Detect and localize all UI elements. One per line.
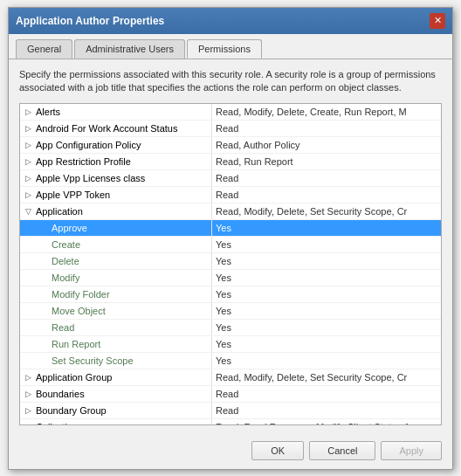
tree-row-name-text: Read	[52, 322, 74, 333]
expand-icon[interactable]: ▷	[22, 122, 34, 135]
tree-row[interactable]: ▷CollectionRead, Read Resource, Modify C…	[20, 419, 441, 424]
tree-row-name: Create	[20, 237, 212, 252]
expand-icon[interactable]: ▷	[22, 172, 34, 184]
tree-row[interactable]: Set Security ScopeYes	[20, 353, 441, 369]
tree-row-name-text: Approve	[52, 223, 87, 233]
tree-row-name-text: Boundaries	[36, 389, 85, 399]
tree-row-name: Run Report	[20, 336, 212, 352]
tree-row[interactable]: ▷App Restriction ProfileRead, Run Report	[20, 154, 441, 170]
tree-row[interactable]: DeleteYes	[20, 253, 441, 270]
tree-row-name: Set Security Scope	[20, 353, 212, 369]
tree-row-perm: Read, Run Report	[212, 155, 441, 168]
no-expander	[38, 305, 50, 317]
tree-row-name: Approve	[20, 220, 212, 236]
tree-row-name: Modify Folder	[20, 286, 212, 302]
tree-row-name-text: Collection	[36, 422, 78, 424]
tree-row-name: Modify	[20, 270, 212, 286]
close-button[interactable]: ✕	[430, 13, 445, 29]
expand-icon[interactable]: ▷	[22, 388, 34, 400]
tree-row-name: ▷Application Group	[20, 369, 212, 385]
tree-row-perm: Yes	[212, 238, 441, 251]
expand-icon[interactable]: ▷	[22, 139, 34, 151]
tree-row[interactable]: ▷AlertsRead, Modify, Delete, Create, Run…	[20, 104, 441, 121]
tree-row[interactable]: ▷Android For Work Account StatusRead	[20, 121, 441, 137]
tree-row-name: ▷Alerts	[20, 104, 212, 120]
expand-icon[interactable]: ▷	[22, 106, 34, 118]
tree-row-perm: Yes	[212, 355, 441, 367]
ok-button[interactable]: OK	[251, 441, 304, 460]
tree-row-name: ▽Application	[20, 204, 212, 219]
tree-row-perm: Yes	[212, 255, 441, 267]
tree-row[interactable]: ▷Boundary GroupRead	[20, 403, 441, 419]
tab-general[interactable]: General	[16, 39, 72, 59]
tree-row-perm: Yes	[212, 321, 441, 334]
tree-row-name-text: Apple Vpp Licenses class	[36, 173, 145, 183]
tree-row[interactable]: ▷App Configuration PolicyRead, Author Po…	[20, 137, 441, 154]
tab-content-permissions: Specify the permissions associated with …	[9, 59, 452, 434]
tree-row-perm: Read	[212, 172, 441, 184]
tree-row-perm: Read	[212, 189, 441, 201]
tree-row-perm: Read, Modify, Delete, Create, Run Report…	[212, 106, 441, 118]
tree-row-name-text: Modify Folder	[52, 289, 110, 300]
apply-button[interactable]: Apply	[381, 441, 442, 460]
tab-bar: GeneralAdministrative UsersPermissions	[9, 34, 452, 59]
tree-row-name: ▷Collection	[20, 419, 212, 424]
tree-row-name-text: Create	[52, 239, 80, 250]
tree-row-name-text: Android For Work Account Status	[36, 123, 177, 134]
expand-icon[interactable]: ▷	[22, 404, 34, 417]
tree-row[interactable]: CreateYes	[20, 237, 441, 253]
tree-row-name: ▷Android For Work Account Status	[20, 121, 212, 136]
tree-row[interactable]: Move ObjectYes	[20, 303, 441, 320]
tree-row[interactable]: ApproveYes	[20, 220, 441, 237]
expand-icon[interactable]: ▽	[22, 205, 34, 217]
tree-row-perm: Read, Author Policy	[212, 139, 441, 151]
permissions-tree-scroll[interactable]: ▷AlertsRead, Modify, Delete, Create, Run…	[20, 104, 441, 424]
tree-row[interactable]: ▷BoundariesRead	[20, 386, 441, 403]
expand-icon[interactable]: ▷	[22, 421, 34, 424]
tree-row[interactable]: ReadYes	[20, 320, 441, 336]
no-expander	[38, 272, 50, 284]
tree-row-name: ▷Apple VPP Token	[20, 187, 212, 203]
tree-row-name: ▷Boundaries	[20, 386, 212, 402]
tree-row-name-text: Application	[36, 206, 83, 217]
tree-row-perm: Read	[212, 122, 441, 135]
no-expander	[38, 238, 50, 251]
tree-row-name-text: Set Security Scope	[52, 355, 134, 366]
tree-row-perm: Read	[212, 388, 441, 400]
tree-row[interactable]: Modify FolderYes	[20, 286, 441, 303]
description-text: Specify the permissions associated with …	[19, 68, 442, 95]
title-bar: Application Author Properties ✕	[9, 8, 452, 34]
tab-admin-users[interactable]: Administrative Users	[74, 39, 185, 59]
tree-row-perm: Yes	[212, 222, 441, 234]
tree-row-name: ▷App Configuration Policy	[20, 137, 212, 153]
tree-row-name: Move Object	[20, 303, 212, 319]
cancel-button[interactable]: Cancel	[309, 441, 375, 460]
tree-row-perm: Yes	[212, 288, 441, 300]
tree-row-name-text: Alerts	[36, 107, 60, 117]
expand-icon[interactable]: ▷	[22, 155, 34, 168]
tree-row[interactable]: ▷Apple Vpp Licenses classRead	[20, 170, 441, 187]
tree-row[interactable]: Run ReportYes	[20, 336, 441, 353]
tree-row-name-text: Run Report	[52, 339, 100, 349]
tree-row-perm: Read, Read Resource, Modify Client Statu…	[212, 421, 441, 424]
no-expander	[38, 288, 50, 300]
tree-row-perm: Yes	[212, 305, 441, 317]
expand-icon[interactable]: ▷	[22, 189, 34, 201]
permissions-tree: ▷AlertsRead, Modify, Delete, Create, Run…	[19, 103, 442, 424]
tab-permissions[interactable]: Permissions	[187, 39, 262, 59]
tree-row-name: Read	[20, 320, 212, 335]
tree-row-perm: Read	[212, 404, 441, 417]
tree-row[interactable]: ▷Apple VPP TokenRead	[20, 187, 441, 204]
no-expander	[38, 255, 50, 267]
window-title: Application Author Properties	[16, 15, 164, 27]
tree-row-name: ▷App Restriction Profile	[20, 154, 212, 169]
expand-icon[interactable]: ▷	[22, 371, 34, 383]
tree-row-name: ▷Boundary Group	[20, 403, 212, 418]
tree-row[interactable]: ▷Application GroupRead, Modify, Delete, …	[20, 369, 441, 386]
tree-row-name-text: Apple VPP Token	[36, 190, 110, 200]
tree-row[interactable]: ModifyYes	[20, 270, 441, 286]
tree-row[interactable]: ▽ApplicationRead, Modify, Delete, Set Se…	[20, 204, 441, 220]
dialog-buttons: OK Cancel Apply	[9, 434, 452, 469]
no-expander	[38, 355, 50, 367]
tree-row-name: ▷Apple Vpp Licenses class	[20, 170, 212, 186]
